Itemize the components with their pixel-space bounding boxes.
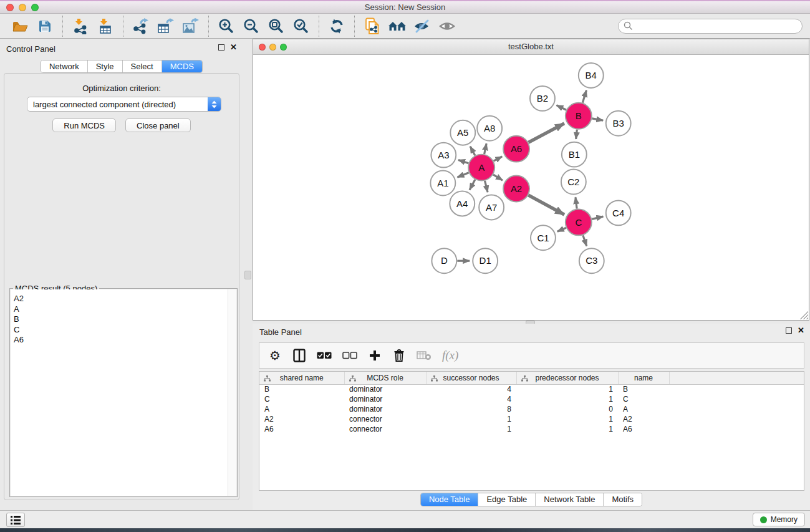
tab-mcds[interactable]: MCDS <box>162 60 202 72</box>
optimization-criterion-select[interactable]: largest connected component (directed) <box>27 97 221 112</box>
network-canvas[interactable]: B4B2BB3A8A5A6B1A3AA1C2A2A4A7C4CC1C3DD1 <box>253 56 809 320</box>
edge-C-C2[interactable] <box>576 197 577 208</box>
table-cell[interactable]: 4 <box>426 394 516 404</box>
edge-A-A7[interactable] <box>485 181 488 192</box>
table-settings-button[interactable]: ⚙ <box>268 347 282 364</box>
search-input[interactable] <box>633 21 797 31</box>
zoom-out-button[interactable] <box>239 15 264 37</box>
node-A6[interactable]: A6 <box>503 136 529 162</box>
node-D[interactable]: D <box>432 248 456 273</box>
clone-network-button[interactable] <box>360 15 385 37</box>
mcds-result-item[interactable]: B <box>14 314 236 325</box>
edge-A-A2[interactable] <box>493 175 503 180</box>
node-B[interactable]: B <box>566 103 592 129</box>
table-cell[interactable]: A6 <box>618 424 669 434</box>
minimize-window-button[interactable] <box>19 4 26 11</box>
table-row[interactable]: Bdominator41B <box>259 384 804 394</box>
delete-column-button[interactable] <box>392 347 406 364</box>
edge-A-A8[interactable] <box>485 143 486 154</box>
delete-table-button[interactable] <box>417 347 432 364</box>
table-cell[interactable]: B <box>259 384 344 394</box>
minimize-network-button[interactable] <box>269 44 276 51</box>
vertical-splitter-handle[interactable] <box>244 271 251 279</box>
mcds-result-item[interactable]: C <box>14 325 236 336</box>
select-all-button[interactable] <box>317 347 332 364</box>
refresh-button[interactable] <box>324 15 349 37</box>
tab-motifs[interactable]: Motifs <box>604 493 642 506</box>
export-network-button[interactable] <box>128 15 153 37</box>
node-B4[interactable]: B4 <box>579 63 604 88</box>
tab-edge-table[interactable]: Edge Table <box>478 493 536 506</box>
table-row[interactable]: A6connector11A6 <box>259 424 804 434</box>
table-cell[interactable]: A <box>259 404 344 414</box>
table-cell[interactable]: connector <box>344 424 426 434</box>
split-columns-button[interactable] <box>292 347 306 364</box>
network-graph[interactable]: B4B2BB3A8A5A6B1A3AA1C2A2A4A7C4CC1C3DD1 <box>253 56 809 320</box>
mcds-result-item[interactable]: A2 <box>14 294 236 304</box>
node-D1[interactable]: D1 <box>473 248 498 273</box>
col-successor-nodes[interactable]: successor nodes <box>426 372 516 384</box>
node-A1[interactable]: A1 <box>430 171 455 196</box>
close-panel-button[interactable]: Close panel <box>125 118 191 132</box>
two-houses-button[interactable] <box>385 15 410 37</box>
table-row[interactable]: A2connector11A2 <box>259 414 804 424</box>
result-list-scrollbar[interactable] <box>228 289 236 496</box>
tab-network[interactable]: Network <box>41 60 88 72</box>
table-cell[interactable]: dominator <box>344 404 426 414</box>
node-A[interactable]: A <box>468 155 494 181</box>
zoom-in-button[interactable] <box>214 15 239 37</box>
zoom-fit-button[interactable] <box>264 15 289 37</box>
close-panel-icon[interactable]: ✕ <box>230 44 237 51</box>
table-row[interactable]: Adominator80A <box>259 404 804 414</box>
tab-style[interactable]: Style <box>88 60 123 72</box>
table-cell[interactable]: 1 <box>516 394 618 404</box>
tab-network-table[interactable]: Network Table <box>536 493 604 506</box>
node-C4[interactable]: C4 <box>606 200 631 225</box>
col-name[interactable]: name <box>618 372 669 384</box>
table-cell[interactable]: 1 <box>516 414 618 424</box>
tab-node-table[interactable]: Node Table <box>421 493 479 506</box>
node-C1[interactable]: C1 <box>531 225 556 250</box>
import-table-button[interactable] <box>93 15 118 37</box>
close-network-button[interactable] <box>259 44 266 51</box>
float-panel-icon[interactable] <box>218 44 224 51</box>
edge-C-C1[interactable] <box>557 228 566 231</box>
node-A2[interactable]: A2 <box>503 176 529 202</box>
col-predecessor-nodes[interactable]: predecessor nodes <box>516 372 618 384</box>
table-cell[interactable]: 1 <box>426 424 516 434</box>
table-cell[interactable]: dominator <box>344 394 426 404</box>
table-cell[interactable]: A2 <box>259 414 344 424</box>
edge-A2-C[interactable] <box>528 195 564 215</box>
add-column-button[interactable] <box>368 347 382 364</box>
node-A3[interactable]: A3 <box>431 143 456 168</box>
table-cell[interactable]: A6 <box>259 424 344 434</box>
node-B1[interactable]: B1 <box>562 142 587 167</box>
edge-C-C3[interactable] <box>583 235 587 246</box>
table-cell[interactable]: dominator <box>344 384 426 394</box>
edge-A-A4[interactable] <box>470 180 475 190</box>
table-cell[interactable]: C <box>618 394 669 404</box>
table-cell[interactable]: 1 <box>516 424 618 434</box>
float-table-panel-icon[interactable] <box>786 327 792 334</box>
edge-C-C4[interactable] <box>592 216 603 219</box>
table-cell[interactable]: 8 <box>426 404 516 414</box>
export-table-button[interactable] <box>153 15 178 37</box>
zoom-window-button[interactable] <box>31 4 39 11</box>
memory-button[interactable]: Memory <box>753 513 805 526</box>
deselect-all-button[interactable] <box>342 347 357 364</box>
col-mcds-role[interactable]: MCDS role <box>344 372 426 384</box>
save-session-button[interactable] <box>32 15 57 37</box>
table-cell[interactable]: A <box>618 404 669 414</box>
edge-B-B4[interactable] <box>582 90 586 103</box>
open-session-button[interactable] <box>7 15 32 37</box>
import-network-button[interactable] <box>68 15 93 37</box>
node-C[interactable]: C <box>566 209 592 235</box>
table-cell[interactable]: 4 <box>426 384 516 394</box>
table-cell[interactable]: 1 <box>516 384 618 394</box>
node-C2[interactable]: C2 <box>561 170 586 195</box>
node-A5[interactable]: A5 <box>450 120 475 145</box>
edge-A-A6[interactable] <box>494 157 503 161</box>
zoom-network-button[interactable] <box>280 44 287 51</box>
node-B3[interactable]: B3 <box>606 111 631 136</box>
table-cell[interactable]: B <box>618 384 669 394</box>
